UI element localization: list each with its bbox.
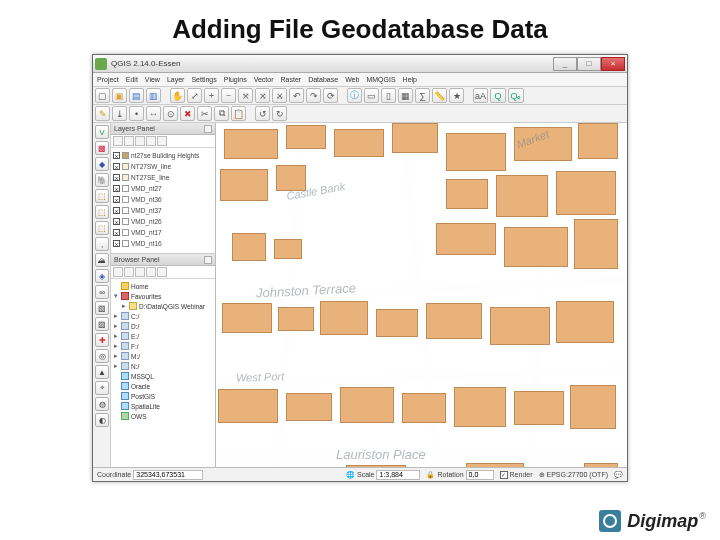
crs-label[interactable]: EPSG:27700 (OTF) bbox=[547, 471, 608, 478]
layer-item[interactable]: xNT27SW_line bbox=[113, 161, 213, 172]
tree-row[interactable]: ▸E:/ bbox=[113, 331, 213, 341]
plugin-icon[interactable]: ◐ bbox=[95, 413, 109, 427]
identify-icon[interactable]: ⓘ bbox=[347, 88, 362, 103]
layer-item[interactable]: xnt27se Building Heights bbox=[113, 150, 213, 161]
layer-item[interactable]: xVMD_nt16 bbox=[113, 238, 213, 249]
undo-icon[interactable]: ↺ bbox=[255, 106, 270, 121]
menu-plugins[interactable]: Plugins bbox=[224, 76, 247, 83]
browser-refresh-icon[interactable] bbox=[113, 267, 123, 277]
layer-checkbox[interactable]: x bbox=[113, 218, 120, 225]
rotation-input[interactable] bbox=[466, 470, 494, 480]
coord-capture-icon[interactable]: ◎ bbox=[95, 349, 109, 363]
add-postgis-icon[interactable]: 🐘 bbox=[95, 173, 109, 187]
tree-twisty-icon[interactable]: ▸ bbox=[113, 352, 119, 360]
tree-twisty-icon[interactable]: ▸ bbox=[113, 362, 119, 370]
add-feature-icon[interactable]: • bbox=[129, 106, 144, 121]
add-oracle-icon[interactable]: ◈ bbox=[95, 269, 109, 283]
menu-raster[interactable]: Raster bbox=[281, 76, 302, 83]
layers-panel-title[interactable]: Layers Panel bbox=[111, 123, 215, 135]
tree-row[interactable]: ▾Favourites bbox=[113, 291, 213, 301]
messages-icon[interactable]: 💬 bbox=[614, 471, 623, 479]
menu-view[interactable]: View bbox=[145, 76, 160, 83]
paste-icon[interactable]: 📋 bbox=[231, 106, 246, 121]
menu-layer[interactable]: Layer bbox=[167, 76, 185, 83]
browser-filter-icon[interactable] bbox=[135, 267, 145, 277]
panel-close-icon[interactable] bbox=[204, 256, 212, 264]
layer-checkbox[interactable]: x bbox=[113, 229, 120, 236]
zoom-last-icon[interactable]: ↶ bbox=[289, 88, 304, 103]
layer-filter-icon[interactable] bbox=[124, 136, 134, 146]
tree-twisty-icon[interactable]: ▸ bbox=[113, 342, 119, 350]
menu-database[interactable]: Database bbox=[308, 76, 338, 83]
layer-checkbox[interactable]: x bbox=[113, 240, 120, 247]
tree-row[interactable]: ▸N:/ bbox=[113, 361, 213, 371]
redo-icon[interactable]: ↻ bbox=[272, 106, 287, 121]
copy-icon[interactable]: ⧉ bbox=[214, 106, 229, 121]
layer-checkbox[interactable]: x bbox=[113, 174, 120, 181]
layer-expand-icon[interactable] bbox=[135, 136, 145, 146]
add-csv-icon[interactable]: , bbox=[95, 237, 109, 251]
browser-props-icon[interactable] bbox=[157, 267, 167, 277]
new-shapefile-icon[interactable]: ▧ bbox=[95, 301, 109, 315]
measure-icon[interactable]: 📏 bbox=[432, 88, 447, 103]
tree-row[interactable]: PostGIS bbox=[113, 391, 213, 401]
new-geopackage-icon[interactable]: ▨ bbox=[95, 317, 109, 331]
layer-style-icon[interactable] bbox=[113, 136, 123, 146]
add-wcs-icon[interactable]: ⬚ bbox=[95, 205, 109, 219]
cut-icon[interactable]: ✂ bbox=[197, 106, 212, 121]
add-virtual-icon[interactable]: ∞ bbox=[95, 285, 109, 299]
gps-icon[interactable]: ✚ bbox=[95, 333, 109, 347]
tree-row[interactable]: MSSQL bbox=[113, 371, 213, 381]
tree-row[interactable]: ▸C:/ bbox=[113, 311, 213, 321]
node-tool-icon[interactable]: ⊙ bbox=[163, 106, 178, 121]
refresh-icon[interactable]: ⟳ bbox=[323, 88, 338, 103]
layer-checkbox[interactable]: x bbox=[113, 207, 120, 214]
layer-item[interactable]: xVMD_nt27 bbox=[113, 183, 213, 194]
save-project-icon[interactable]: ▤ bbox=[129, 88, 144, 103]
layer-item[interactable]: xVMD_nt26 bbox=[113, 216, 213, 227]
map-canvas[interactable]: Castle Bank Market Johnston Terrace West… bbox=[216, 123, 627, 467]
layer-item[interactable]: xVMD_nt36 bbox=[113, 194, 213, 205]
topology-icon[interactable]: ▲ bbox=[95, 365, 109, 379]
pan-icon[interactable]: ✋ bbox=[170, 88, 185, 103]
zoom-layer-icon[interactable]: ⤨ bbox=[255, 88, 270, 103]
zoom-full-icon[interactable]: ⤧ bbox=[238, 88, 253, 103]
deselect-icon[interactable]: ▯ bbox=[381, 88, 396, 103]
add-raster-icon[interactable]: ▩ bbox=[95, 141, 109, 155]
browser-collapse-icon[interactable] bbox=[146, 267, 156, 277]
layer-item[interactable]: xVMD_nt17 bbox=[113, 227, 213, 238]
menu-edit[interactable]: Edit bbox=[126, 76, 138, 83]
add-spatialite-icon[interactable]: ◆ bbox=[95, 157, 109, 171]
layer-checkbox[interactable]: x bbox=[113, 185, 120, 192]
coordinate-icon[interactable]: ⌖ bbox=[95, 381, 109, 395]
save-as-icon[interactable]: ▥ bbox=[146, 88, 161, 103]
minimize-button[interactable]: _ bbox=[553, 57, 577, 71]
layer-item[interactable]: xVMD_nt37 bbox=[113, 205, 213, 216]
tree-row[interactable]: SpatiaLite bbox=[113, 401, 213, 411]
close-button[interactable]: × bbox=[601, 57, 625, 71]
render-checkbox[interactable]: ✓ bbox=[500, 471, 508, 479]
tree-twisty-icon[interactable]: ▸ bbox=[113, 332, 119, 340]
edit-toggle-icon[interactable]: ✎ bbox=[95, 106, 110, 121]
new-project-icon[interactable]: ▢ bbox=[95, 88, 110, 103]
menu-settings[interactable]: Settings bbox=[191, 76, 216, 83]
save-edits-icon[interactable]: ⤓ bbox=[112, 106, 127, 121]
pan-to-selection-icon[interactable]: ⤢ bbox=[187, 88, 202, 103]
metasearch-icon[interactable]: ◍ bbox=[95, 397, 109, 411]
titlebar[interactable]: QGIS 2.14.0-Essen _ □ × bbox=[93, 55, 627, 73]
tree-row[interactable]: ▸D:/ bbox=[113, 321, 213, 331]
label-icon[interactable]: aA bbox=[473, 88, 488, 103]
add-vector-icon[interactable]: V bbox=[95, 125, 109, 139]
zoom-out-icon[interactable]: － bbox=[221, 88, 236, 103]
layer-collapse-icon[interactable] bbox=[146, 136, 156, 146]
tree-twisty-icon[interactable]: ▾ bbox=[113, 292, 119, 300]
tree-twisty-icon[interactable]: ▸ bbox=[113, 312, 119, 320]
tree-row[interactable]: OWS bbox=[113, 411, 213, 421]
menu-mmqgis[interactable]: MMQGIS bbox=[366, 76, 395, 83]
menu-vector[interactable]: Vector bbox=[254, 76, 274, 83]
layer-checkbox[interactable]: x bbox=[113, 196, 120, 203]
layer-checkbox[interactable]: x bbox=[113, 163, 120, 170]
layer-checkbox[interactable]: x bbox=[113, 152, 120, 159]
menu-project[interactable]: Project bbox=[97, 76, 119, 83]
menu-help[interactable]: Help bbox=[403, 76, 417, 83]
